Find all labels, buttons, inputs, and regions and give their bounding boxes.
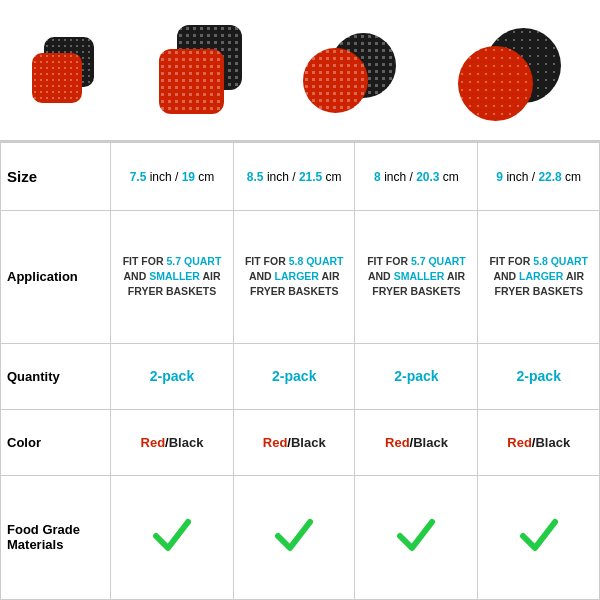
color-row: Color Red/Black Red/Black Red/Black — [1, 409, 600, 475]
size-col-3: 8 inch / 20.3 cm — [355, 143, 478, 211]
application-label: Application — [1, 210, 111, 343]
size-row: Size 7.5 inch / 19 cm 8.5 inch / 21.5 cm… — [1, 143, 600, 211]
color-col-2: Red/Black — [234, 409, 355, 475]
product-group-1 — [32, 37, 104, 109]
color-val-1: Red/Black — [141, 435, 204, 450]
color-col-4: Red/Black — [478, 409, 600, 475]
color-label: Color — [1, 409, 111, 475]
food-grade-label: Food Grade Materials — [1, 475, 111, 599]
quantity-label: Quantity — [1, 344, 111, 410]
products-row — [0, 0, 600, 140]
product-group-2 — [159, 25, 249, 120]
checkmark-icon-3 — [396, 516, 436, 554]
app-text-1: FIT FOR 5.7 QUART AND SMALLER AIR FRYER … — [114, 254, 230, 300]
app-col-4: FIT FOR 5.8 QUART AND LARGER AIR FRYER B… — [478, 210, 600, 343]
qty-val-2: 2-pack — [272, 368, 316, 384]
checkmark-icon-1 — [152, 516, 192, 554]
product-group-3 — [303, 33, 403, 113]
qty-col-1: 2-pack — [111, 344, 234, 410]
qty-val-4: 2-pack — [517, 368, 561, 384]
food-check-3 — [355, 475, 478, 599]
size-val-3: 8 inch / 20.3 cm — [374, 170, 459, 184]
product-2-red — [159, 49, 224, 114]
size-val-1: 7.5 inch / 19 cm — [130, 170, 215, 184]
app-text-4: FIT FOR 5.8 QUART AND LARGER AIR FRYER B… — [481, 254, 596, 300]
color-col-3: Red/Black — [355, 409, 478, 475]
qty-val-1: 2-pack — [150, 368, 194, 384]
qty-val-3: 2-pack — [394, 368, 438, 384]
checkmark-icon-4 — [519, 516, 559, 554]
size-val-4: 9 inch / 22.8 cm — [496, 170, 581, 184]
color-col-1: Red/Black — [111, 409, 234, 475]
qty-col-2: 2-pack — [234, 344, 355, 410]
size-col-1: 7.5 inch / 19 cm — [111, 143, 234, 211]
color-val-4: Red/Black — [507, 435, 570, 450]
color-val-2: Red/Black — [263, 435, 326, 450]
product-3-red — [303, 48, 368, 113]
product-1-red — [32, 53, 82, 103]
food-check-1 — [111, 475, 234, 599]
main-container: Size 7.5 inch / 19 cm 8.5 inch / 21.5 cm… — [0, 0, 600, 600]
color-val-3: Red/Black — [385, 435, 448, 450]
comparison-table: Size 7.5 inch / 19 cm 8.5 inch / 21.5 cm… — [0, 140, 600, 600]
size-col-4: 9 inch / 22.8 cm — [478, 143, 600, 211]
product-4-red — [458, 46, 533, 121]
app-col-1: FIT FOR 5.7 QUART AND SMALLER AIR FRYER … — [111, 210, 234, 343]
size-col-2: 8.5 inch / 21.5 cm — [234, 143, 355, 211]
app-text-3: FIT FOR 5.7 QUART AND SMALLER AIR FRYER … — [358, 254, 474, 300]
size-val-2: 8.5 inch / 21.5 cm — [247, 170, 342, 184]
app-col-2: FIT FOR 5.8 QUART AND LARGER AIR FRYER B… — [234, 210, 355, 343]
app-text-2: FIT FOR 5.8 QUART AND LARGER AIR FRYER B… — [237, 254, 351, 300]
size-label: Size — [1, 143, 111, 211]
qty-col-4: 2-pack — [478, 344, 600, 410]
app-col-3: FIT FOR 5.7 QUART AND SMALLER AIR FRYER … — [355, 210, 478, 343]
checkmark-icon-2 — [274, 516, 314, 554]
food-grade-row: Food Grade Materials — [1, 475, 600, 599]
food-check-2 — [234, 475, 355, 599]
application-row: Application FIT FOR 5.7 QUART AND SMALLE… — [1, 210, 600, 343]
qty-col-3: 2-pack — [355, 344, 478, 410]
product-group-4 — [458, 28, 568, 118]
quantity-row: Quantity 2-pack 2-pack 2-pack 2-pack — [1, 344, 600, 410]
food-check-4 — [478, 475, 600, 599]
